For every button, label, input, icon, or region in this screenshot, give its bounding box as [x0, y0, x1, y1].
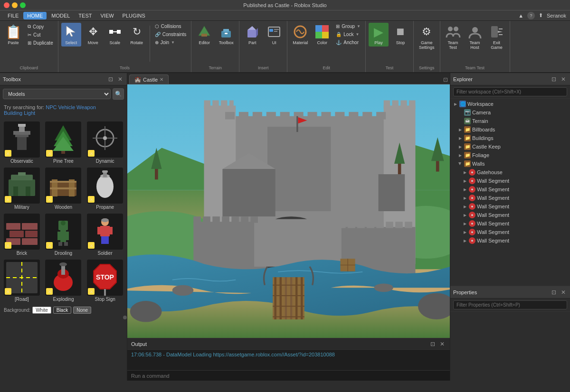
exit-game-button[interactable]: ExitGame — [487, 23, 507, 51]
castle-keep-arrow[interactable]: ▶ — [458, 144, 463, 149]
tree-item-terrain[interactable]: 🏔 Terrain — [450, 117, 570, 125]
viewport[interactable] — [127, 84, 450, 338]
toolbox-search-button[interactable]: 🔍 — [113, 88, 124, 100]
select-button[interactable]: Select — [61, 23, 81, 47]
material-button[interactable]: Material — [290, 23, 310, 47]
part-button[interactable]: Part — [242, 23, 262, 47]
cut-button[interactable]: ✂ Cut — [26, 31, 55, 38]
model-item-drooling[interactable]: ⚔ Drooling — [44, 213, 84, 257]
bg-black-button[interactable]: Black — [53, 307, 71, 314]
menu-file[interactable]: FILE — [4, 12, 22, 19]
model-item-pinetree[interactable]: ⚔ Pine Tree — [44, 121, 84, 165]
scale-button[interactable]: Scale — [105, 23, 125, 47]
play-button[interactable]: ▶ Play — [369, 23, 389, 47]
wall-seg2-arrow[interactable]: ▶ — [463, 187, 467, 192]
billboards-arrow[interactable]: ▶ — [458, 127, 463, 132]
wall-seg4-arrow[interactable]: ▶ — [463, 204, 467, 209]
suggestion-light[interactable]: Light — [24, 110, 35, 116]
menu-model[interactable]: MODEL — [48, 12, 74, 19]
model-item-exploding[interactable]: ⚔ Exploding — [44, 259, 84, 303]
toolbox-close-icon[interactable]: ✕ — [116, 75, 124, 83]
explorer-close-icon[interactable]: ✕ — [560, 75, 567, 83]
model-item-observatic[interactable]: ⚔ Observatic — [2, 121, 42, 165]
lock-button[interactable]: 🔒 Lock ▼ — [334, 31, 362, 38]
paste-button[interactable]: 📋 Paste — [3, 23, 24, 47]
suggestion-weapon[interactable]: Weapon — [76, 104, 96, 110]
model-item-soldier[interactable]: ⚔ Soldier — [85, 213, 125, 257]
move-button[interactable]: ✥ Move — [83, 23, 103, 47]
tree-item-wall-seg5[interactable]: ▶ ● Wall Segment — [450, 211, 570, 219]
suggestion-npc[interactable]: NPC — [46, 104, 57, 110]
model-item-brick[interactable]: ⚔ Brick — [2, 213, 42, 257]
wall-seg3-arrow[interactable]: ▶ — [463, 196, 467, 200]
tree-item-camera[interactable]: 📷 Camera — [450, 108, 570, 117]
output-close-icon[interactable]: ✕ — [438, 340, 446, 348]
tree-item-wall-seg8[interactable]: ▶ ● Wall Segment — [450, 236, 570, 245]
stop-button[interactable]: ⏹ Stop — [390, 23, 410, 47]
minimize-button[interactable] — [12, 2, 18, 8]
notifications-icon[interactable]: ▲ — [518, 13, 523, 19]
help-icon[interactable]: ? — [527, 12, 535, 19]
command-input[interactable] — [131, 373, 446, 379]
tree-item-wall-seg3[interactable]: ▶ ● Wall Segment — [450, 194, 570, 202]
model-item-wooden[interactable]: ⚔ Wooden — [44, 167, 84, 211]
tree-item-wall-seg7[interactable]: ▶ ● Wall Segment — [450, 228, 570, 236]
team-test-button[interactable]: TeamTest — [443, 23, 463, 51]
tree-item-billboards[interactable]: ▶ 📁 Billboards — [450, 125, 570, 134]
tree-item-wall-seg4[interactable]: ▶ ● Wall Segment — [450, 202, 570, 211]
menu-test[interactable]: TEST — [75, 12, 95, 19]
toolbox-category-select[interactable]: Models — [3, 89, 111, 99]
wall-seg5-arrow[interactable]: ▶ — [463, 213, 467, 217]
group-button[interactable]: ⊞ Group ▼ — [334, 23, 362, 30]
workspace-arrow[interactable]: ▶ — [453, 102, 458, 106]
terrain-editor-button[interactable]: Editor — [194, 23, 214, 47]
explorer-filter-input[interactable] — [453, 87, 567, 96]
tree-item-wall-seg6[interactable]: ▶ ● Wall Segment — [450, 219, 570, 228]
model-item-stopsign[interactable]: STOP ⚔ Stop Sign — [85, 259, 125, 303]
tree-item-wall-seg2[interactable]: ▶ ● Wall Segment — [450, 185, 570, 194]
model-item-dynamic[interactable]: ⚔ Dynamic — [85, 121, 125, 165]
output-popout-icon[interactable]: ⊡ — [429, 340, 437, 348]
copy-button[interactable]: ⧉ Copy — [26, 23, 55, 30]
model-item-propane[interactable]: ⚔ Propane — [85, 167, 125, 211]
model-item-road[interactable]: ⚔ [Road] — [2, 259, 42, 303]
wall-seg6-arrow[interactable]: ▶ — [463, 221, 467, 226]
color-button[interactable]: Color — [312, 23, 332, 47]
join-button[interactable]: ⊕ Join ▼ — [153, 39, 189, 46]
game-settings-button[interactable]: ⚙ GameSettings — [417, 23, 437, 51]
share-icon[interactable]: ⬆ — [539, 12, 543, 19]
walls-arrow[interactable]: ▶ — [458, 161, 463, 166]
tree-item-wall-seg1[interactable]: ▶ ● Wall Segment — [450, 177, 570, 185]
team-host-button[interactable]: TeamHost — [465, 23, 485, 51]
tree-item-buildings[interactable]: ▶ 📁 Buildings — [450, 134, 570, 142]
anchor-button[interactable]: ⚓ Anchor — [334, 39, 362, 46]
toolbox-scroll[interactable]: ⚔ Observatic ⚔ Pine Tree ⚔ — [0, 119, 127, 381]
terrain-arrow[interactable] — [458, 119, 463, 123]
ui-button[interactable]: UI — [264, 23, 284, 47]
wall-seg1-arrow[interactable]: ▶ — [463, 178, 467, 183]
tree-item-workspace[interactable]: ▶ 🌐 Workspace — [450, 100, 570, 108]
camera-arrow[interactable] — [458, 110, 463, 115]
bg-none-button[interactable]: None — [73, 307, 91, 314]
collisions-button[interactable]: ⬡ Collisions — [153, 23, 189, 30]
toolbox-popout-icon[interactable]: ⊡ — [107, 75, 114, 83]
properties-filter-input[interactable] — [453, 300, 567, 309]
viewport-popout[interactable]: ⊡ — [443, 76, 448, 83]
foliage-arrow[interactable]: ▶ — [458, 153, 463, 158]
duplicate-button[interactable]: ⊞ Duplicate — [26, 39, 55, 47]
tree-item-walls[interactable]: ▶ 📁 Walls — [450, 159, 570, 168]
buildings-arrow[interactable]: ▶ — [458, 136, 463, 140]
tree-item-foliage[interactable]: ▶ 📁 Foliage — [450, 151, 570, 159]
rotate-button[interactable]: ↻ Rotate — [127, 23, 147, 47]
constraints-button[interactable]: 🔗 Constraints — [153, 31, 189, 38]
menu-view[interactable]: VIEW — [96, 12, 117, 19]
close-button[interactable] — [4, 2, 10, 8]
wall-seg8-arrow[interactable]: ▶ — [463, 238, 467, 243]
properties-close-icon[interactable]: ✕ — [560, 289, 567, 296]
wall-seg7-arrow[interactable]: ▶ — [463, 230, 467, 234]
menu-home[interactable]: HOME — [23, 12, 47, 19]
maximize-button[interactable] — [20, 2, 26, 8]
menu-plugins[interactable]: PLUGINS — [119, 12, 149, 19]
properties-popout-icon[interactable]: ⊡ — [550, 289, 558, 296]
suggestion-building[interactable]: Building — [4, 110, 22, 116]
